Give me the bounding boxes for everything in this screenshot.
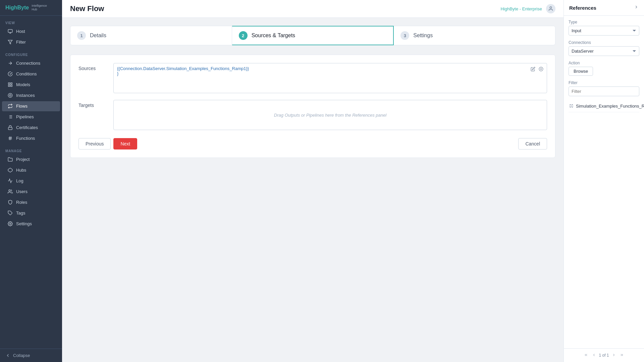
user-avatar[interactable] <box>546 4 555 13</box>
sidebar-item-users[interactable]: Users <box>2 187 60 197</box>
last-page-icon <box>620 353 624 357</box>
pagination-first-button[interactable] <box>583 352 589 359</box>
step-settings[interactable]: 3 Settings <box>394 26 555 45</box>
svg-point-6 <box>8 93 12 98</box>
source-action-icons <box>530 66 544 73</box>
host-icon <box>7 29 13 34</box>
prev-page-icon <box>592 353 596 357</box>
sidebar-item-log[interactable]: Log <box>2 176 60 186</box>
chevron-right-icon <box>634 5 639 9</box>
targets-drop-zone[interactable]: Drag Outputs or Pipelines here from the … <box>113 100 547 130</box>
steps-bar: 1 Details 2 Sources & Targets 3 Settings <box>70 26 555 45</box>
sidebar-item-pipelines-label: Pipelines <box>16 114 34 119</box>
conditions-icon <box>7 71 13 77</box>
sidebar-item-users-label: Users <box>16 189 28 194</box>
roles-icon <box>7 200 13 205</box>
browse-button[interactable]: Browse <box>569 67 593 76</box>
svg-marker-15 <box>8 168 12 172</box>
svg-rect-4 <box>10 85 12 86</box>
sidebar-item-roles[interactable]: Roles <box>2 197 60 207</box>
sidebar-item-certificates[interactable]: Certificates <box>2 123 60 133</box>
connections-icon <box>7 61 13 66</box>
svg-point-19 <box>550 7 551 8</box>
sidebar-item-functions-label: Functions <box>16 136 35 141</box>
view-section-label: VIEW <box>0 16 62 26</box>
sidebar-item-instances[interactable]: Instances <box>2 90 60 101</box>
collapse-icon <box>5 353 10 358</box>
step-details[interactable]: 1 Details <box>70 26 232 45</box>
sidebar-item-conditions[interactable]: Conditions <box>2 69 60 79</box>
sidebar-item-roles-label: Roles <box>16 200 27 205</box>
filter-icon <box>7 40 13 45</box>
sidebar-item-functions[interactable]: Functions <box>2 133 60 143</box>
targets-label: Targets <box>78 100 105 108</box>
action-label: Action <box>569 61 639 65</box>
svg-marker-1 <box>8 40 12 44</box>
certificates-icon <box>7 125 13 130</box>
source-edit-button[interactable] <box>530 66 536 73</box>
source-remove-button[interactable] <box>538 66 544 73</box>
source-tag-value: {{Connection.DataServer.Simulation_Examp… <box>117 66 249 76</box>
pagination-next-button[interactable] <box>610 352 617 359</box>
sources-label: Sources <box>78 63 105 71</box>
pagination-prev-button[interactable] <box>591 352 597 359</box>
sources-input-area: {{Connection.DataServer.Simulation_Examp… <box>113 63 547 93</box>
sources-input-box[interactable]: {{Connection.DataServer.Simulation_Examp… <box>113 63 547 93</box>
sidebar-item-project-label: Project <box>16 157 30 162</box>
sidebar-item-pipelines[interactable]: Pipelines <box>2 112 60 122</box>
collapse-label: Collapse <box>13 353 30 358</box>
sidebar-item-settings[interactable]: Settings <box>2 219 60 229</box>
connections-select[interactable]: DataServer <box>569 46 639 56</box>
sidebar-item-connections[interactable]: Connections <box>2 58 60 68</box>
sidebar-item-conditions-label: Conditions <box>16 71 37 76</box>
svg-rect-0 <box>8 29 12 33</box>
sidebar-item-tags[interactable]: Tags <box>2 208 60 218</box>
hubs-icon <box>7 168 13 173</box>
reference-list-item[interactable]: Simulation_Examples_Functions_Ramp1 <box>569 101 639 112</box>
filter-input[interactable] <box>569 86 639 96</box>
pipelines-icon <box>7 114 13 120</box>
settings-icon <box>7 221 13 227</box>
type-select[interactable]: Input Output Pipeline <box>569 26 639 36</box>
collapse-button[interactable]: Collapse <box>5 353 57 358</box>
sidebar-item-log-label: Log <box>16 178 23 183</box>
sidebar-item-flows[interactable]: Flows <box>2 101 60 111</box>
svg-rect-2 <box>8 83 9 84</box>
sidebar: HighByte IntelligenceHub VIEW Host Filte… <box>0 0 62 362</box>
references-body: Type Input Output Pipeline Connections D… <box>564 16 644 348</box>
configure-section-label: CONFIGURE <box>0 48 62 58</box>
svg-rect-5 <box>8 85 9 86</box>
filter-field: Filter <box>569 80 639 96</box>
sidebar-item-host[interactable]: Host <box>2 26 60 37</box>
connections-label: Connections <box>569 40 639 45</box>
sidebar-item-project[interactable]: Project <box>2 155 60 165</box>
references-panel: References Type Input Output Pipeline Co… <box>564 0 644 362</box>
user-icon <box>548 6 553 11</box>
targets-row: Targets Drag Outputs or Pipelines here f… <box>78 100 547 130</box>
svg-point-16 <box>9 190 10 191</box>
svg-point-18 <box>9 223 11 225</box>
svg-rect-3 <box>10 83 12 84</box>
sidebar-item-models[interactable]: Models <box>2 80 60 90</box>
action-buttons: Previous Next Cancel <box>78 138 547 149</box>
reference-item-name: Simulation_Examples_Functions_Ramp1 <box>576 104 644 109</box>
references-title: References <box>569 5 596 11</box>
step-2-number: 2 <box>239 31 248 40</box>
tenant-label: HighByte - Enterprise <box>500 6 542 11</box>
step-sources-targets[interactable]: 2 Sources & Targets <box>232 26 394 45</box>
next-button[interactable]: Next <box>113 138 137 149</box>
sidebar-item-filter[interactable]: Filter <box>2 37 60 47</box>
step-3-number: 3 <box>400 31 409 40</box>
project-icon <box>7 157 13 162</box>
previous-button[interactable]: Previous <box>78 138 111 149</box>
topbar: New Flow HighByte - Enterprise <box>62 0 564 18</box>
filter-label: Filter <box>569 80 639 85</box>
pagination-last-button[interactable] <box>619 352 625 359</box>
cancel-button[interactable]: Cancel <box>518 138 547 149</box>
references-pagination: 1 of 1 <box>564 348 644 362</box>
functions-icon <box>7 136 13 141</box>
sidebar-item-hubs[interactable]: Hubs <box>2 165 60 175</box>
step-1-label: Details <box>90 33 106 39</box>
references-collapse-button[interactable] <box>634 5 639 11</box>
action-field: Action Browse <box>569 61 639 76</box>
